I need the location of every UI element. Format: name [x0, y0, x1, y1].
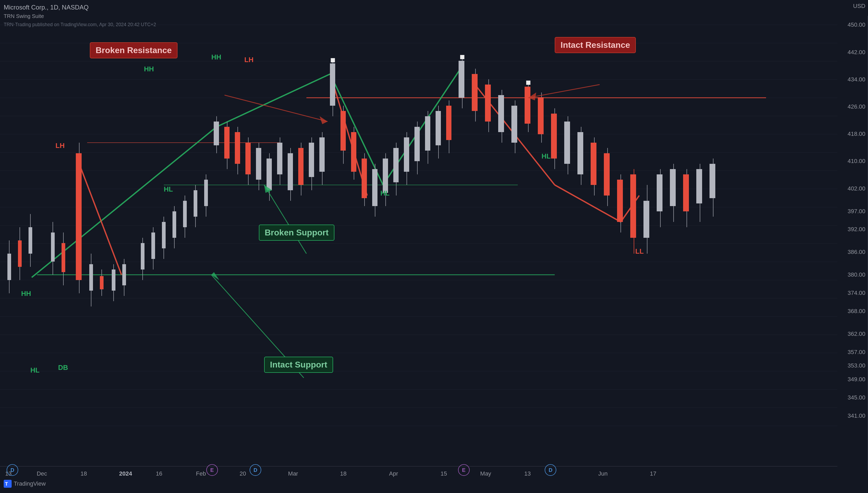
price-362: 362.00	[848, 330, 865, 337]
price-353: 353.00	[848, 362, 865, 369]
time-16: 16	[156, 470, 162, 477]
svg-rect-105	[393, 148, 398, 182]
time-apr: Apr	[389, 470, 398, 477]
svg-line-28	[217, 74, 330, 127]
time-dec: Dec	[37, 470, 47, 477]
svg-text:HH: HH	[211, 53, 221, 61]
intact-resistance-label: Intact Resistance	[555, 37, 636, 53]
svg-rect-39	[18, 240, 22, 267]
svg-rect-135	[578, 132, 583, 174]
time-18-apr: 18	[340, 470, 346, 477]
price-397: 397.00	[848, 208, 865, 215]
svg-text:LH: LH	[244, 56, 254, 64]
svg-line-158	[528, 85, 600, 98]
svg-rect-83	[277, 143, 282, 174]
svg-rect-165	[460, 55, 464, 59]
svg-rect-151	[683, 174, 689, 211]
svg-rect-166	[526, 81, 530, 85]
intact-support-label: Intact Support	[264, 357, 333, 373]
svg-rect-49	[89, 264, 93, 291]
svg-rect-55	[122, 264, 126, 285]
svg-text:HL: HL	[30, 366, 40, 374]
svg-rect-117	[459, 61, 464, 98]
svg-rect-111	[425, 116, 430, 151]
svg-rect-41	[28, 227, 32, 254]
svg-rect-109	[414, 127, 420, 161]
svg-text:LL: LL	[635, 247, 644, 255]
marker-D-1: D	[7, 464, 18, 476]
svg-rect-153	[696, 169, 702, 203]
svg-rect-101	[372, 169, 377, 206]
svg-rect-63	[173, 211, 176, 238]
price-axis: 450.00 442.00 434.00 426.00 418.00 410.0…	[836, 16, 868, 470]
svg-rect-67	[194, 190, 197, 217]
svg-rect-93	[330, 63, 335, 106]
svg-rect-129	[538, 97, 544, 134]
svg-rect-121	[485, 85, 491, 122]
svg-line-31	[79, 164, 122, 275]
currency-label: USD	[853, 3, 865, 9]
svg-rect-79	[256, 148, 261, 180]
svg-rect-143	[630, 174, 636, 238]
marker-D-3: D	[545, 464, 556, 476]
broken-resistance-label: Broken Resistance	[90, 42, 177, 58]
svg-text:HL: HL	[381, 189, 390, 197]
marker-D-2: D	[249, 464, 261, 476]
svg-rect-71	[214, 122, 219, 145]
price-426: 426.00	[848, 103, 865, 110]
svg-text:T: T	[5, 481, 8, 487]
price-374: 374.00	[848, 290, 865, 296]
marker-E-2: E	[458, 464, 470, 476]
svg-text:HL: HL	[164, 185, 173, 193]
tradingview-logo: T TradingView	[4, 480, 46, 488]
svg-rect-57	[141, 243, 145, 270]
marker-E-1: E	[206, 464, 218, 476]
price-368: 368.00	[848, 308, 865, 315]
svg-rect-125	[512, 106, 517, 143]
svg-rect-137	[591, 143, 596, 185]
chart-svg: HH HH HH LH LH HL HL HL HL DB LL	[0, 16, 837, 470]
tradingview-icon: T	[4, 480, 12, 488]
svg-rect-77	[245, 143, 251, 174]
svg-rect-75	[235, 132, 240, 164]
time-jun: Jun	[598, 470, 608, 477]
svg-rect-53	[112, 270, 115, 291]
time-mar: Mar	[288, 470, 298, 477]
time-axis: 13 Dec 18 2024 16 Feb 20 Mar 18 Apr 15 M…	[0, 467, 837, 477]
svg-text:HH: HH	[21, 290, 31, 298]
time-2024: 2024	[119, 470, 132, 477]
svg-text:DB: DB	[58, 364, 68, 371]
svg-rect-91	[319, 137, 325, 172]
svg-rect-89	[309, 143, 314, 177]
time-may: May	[480, 470, 491, 477]
svg-rect-119	[472, 74, 478, 111]
svg-rect-145	[644, 201, 649, 238]
svg-rect-133	[564, 122, 570, 164]
price-392: 392.00	[848, 226, 865, 233]
price-341: 341.00	[848, 412, 865, 419]
price-380: 380.00	[848, 271, 865, 278]
time-18: 18	[81, 470, 87, 477]
time-13-may: 13	[524, 470, 531, 477]
svg-rect-65	[183, 201, 187, 227]
svg-rect-37	[7, 254, 11, 280]
svg-rect-147	[657, 174, 663, 211]
time-15: 15	[441, 470, 447, 477]
svg-line-162	[264, 185, 306, 254]
svg-line-34	[555, 185, 621, 222]
svg-text:HL: HL	[542, 152, 551, 160]
svg-line-35	[621, 195, 639, 222]
svg-rect-51	[100, 276, 104, 289]
svg-rect-81	[266, 158, 272, 190]
price-434: 434.00	[848, 76, 865, 83]
chart-title: Microsoft Corp., 1D, NASDAQ	[4, 3, 156, 12]
price-357: 357.00	[848, 349, 865, 356]
svg-rect-69	[204, 180, 208, 206]
svg-rect-61	[162, 222, 166, 248]
svg-rect-73	[224, 127, 230, 158]
broken-support-label: Broken Support	[259, 224, 334, 241]
svg-rect-43	[51, 233, 55, 261]
svg-rect-47	[76, 153, 82, 280]
svg-rect-139	[604, 153, 610, 195]
svg-text:HH: HH	[144, 65, 154, 73]
